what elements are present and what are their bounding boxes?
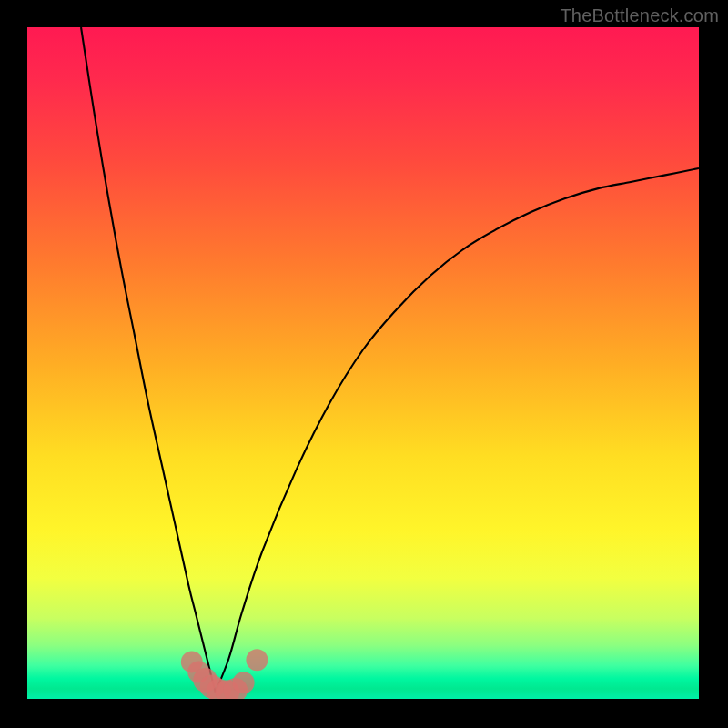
right-branch-curve <box>216 168 699 693</box>
plot-area <box>27 27 699 699</box>
watermark-text: TheBottleneck.com <box>560 5 719 26</box>
marker-dot <box>233 672 255 693</box>
left-branch-curve <box>81 27 216 693</box>
marker-dots <box>181 649 268 699</box>
chart-frame: TheBottleneck.com <box>0 0 728 728</box>
marker-dot <box>246 649 268 671</box>
curve-layer <box>27 27 699 699</box>
